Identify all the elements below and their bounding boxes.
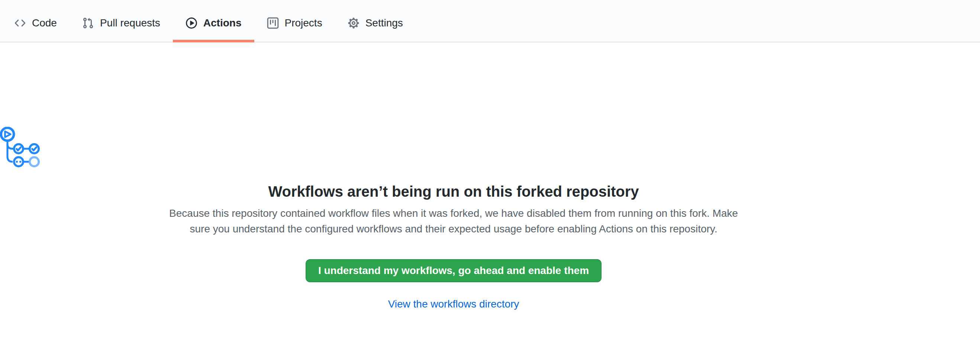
gear-icon <box>348 17 360 29</box>
description-line-1: Because this repository contained workfl… <box>0 206 907 221</box>
tab-actions-label: Actions <box>204 17 242 29</box>
view-workflows-directory-link[interactable]: View the workflows directory <box>388 298 519 310</box>
enable-workflows-button[interactable]: I understand my workflows, go ahead and … <box>305 259 601 282</box>
enable-button-row: I understand my workflows, go ahead and … <box>0 259 907 282</box>
pull-request-icon <box>82 17 94 29</box>
tab-projects-label: Projects <box>285 17 322 29</box>
repo-tab-nav: Code Pull requests Actions <box>0 0 980 42</box>
page-title: Workflows aren’t being run on this forke… <box>0 180 907 203</box>
tab-code[interactable]: Code <box>2 5 70 42</box>
tab-settings-label: Settings <box>366 17 403 29</box>
tab-pull-requests-label: Pull requests <box>100 17 160 29</box>
tab-settings[interactable]: Settings <box>335 5 416 42</box>
tab-projects[interactable]: Projects <box>254 5 335 42</box>
actions-blankslate: Workflows aren’t being run on this forke… <box>0 127 907 312</box>
tab-code-label: Code <box>32 17 57 29</box>
project-icon <box>267 17 279 29</box>
description: Because this repository contained workfl… <box>0 206 907 237</box>
workflow-icon <box>0 127 40 168</box>
description-line-2: sure you understand the configured workf… <box>0 221 907 237</box>
tab-actions[interactable]: Actions <box>173 5 254 42</box>
workflows-link-row: View the workflows directory <box>0 296 907 312</box>
play-icon <box>186 17 197 29</box>
code-icon <box>14 17 26 29</box>
tab-pull-requests[interactable]: Pull requests <box>70 5 173 42</box>
